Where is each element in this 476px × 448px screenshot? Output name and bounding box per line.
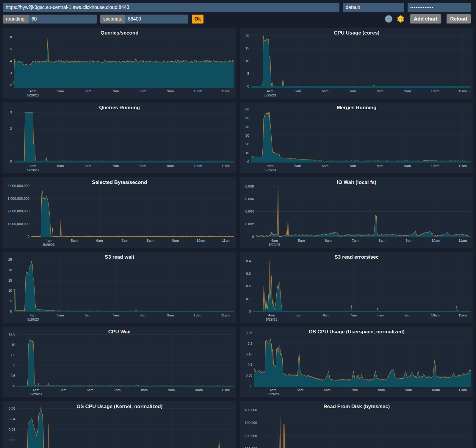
chart-title: CPU Wait: [108, 329, 131, 335]
chart-canvas-queries-second[interactable]: 234564am5/29/235am6am7am8am9am10am11amQu…: [3, 28, 236, 99]
chart-canvas-cpu-usage-cores[interactable]: 051015204am5/29/235am6am7am8am9am10am11a…: [240, 28, 473, 99]
svg-text:12.5: 12.5: [9, 333, 15, 336]
svg-text:3: 3: [10, 71, 12, 75]
server-url-input[interactable]: [3, 3, 339, 12]
svg-text:10am: 10am: [194, 388, 203, 392]
svg-text:11am: 11am: [458, 313, 467, 317]
svg-text:5am: 5am: [294, 164, 301, 168]
svg-text:10am: 10am: [431, 164, 439, 168]
chart-panel-s3-read-wait: 05101520254am5/29/235am6am7am8am9am10am1…: [3, 252, 236, 323]
params-row: rounding: seconds: Ok: [3, 14, 471, 24]
svg-text:7am: 7am: [114, 388, 120, 392]
svg-text:8am: 8am: [140, 89, 146, 93]
svg-text:0.15: 0.15: [245, 352, 252, 356]
ok-button[interactable]: Ok: [192, 15, 203, 24]
chart-canvas-cpu-wait[interactable]: 02.557.51012.54am5/29/235am6am7am8am9am1…: [3, 327, 236, 397]
svg-text:0.04: 0.04: [9, 417, 15, 421]
svg-text:1: 1: [10, 143, 12, 147]
svg-text:4am: 4am: [271, 239, 278, 242]
svg-text:11am: 11am: [221, 313, 230, 317]
svg-text:6am: 6am: [84, 164, 91, 168]
svg-text:60: 60: [245, 107, 249, 111]
svg-text:50: 50: [245, 116, 249, 120]
svg-text:6am: 6am: [322, 164, 328, 168]
svg-text:10am: 10am: [431, 313, 439, 317]
svg-text:11am: 11am: [221, 164, 230, 168]
svg-text:9am: 9am: [405, 239, 412, 242]
svg-text:0: 0: [252, 235, 254, 238]
svg-text:25: 25: [8, 258, 12, 262]
svg-text:9am: 9am: [167, 89, 174, 93]
chart-canvas-s3-read-wait[interactable]: 05101520254am5/29/235am6am7am8am9am10am1…: [3, 252, 236, 323]
svg-text:9am: 9am: [404, 89, 411, 93]
svg-text:4am: 4am: [30, 89, 36, 93]
chart-canvas-read-from-disk-bytes-sec[interactable]: 0100,000200,000300,000400,0004am5/29/235…: [240, 401, 473, 448]
svg-text:2.5: 2.5: [10, 374, 15, 377]
svg-text:0.006: 0.006: [245, 197, 254, 201]
password-input[interactable]: [408, 3, 471, 12]
chart-canvas-io-wait-local-fs[interactable]: 00.0020.0040.0060.0084am5/29/235am6am7am…: [240, 177, 473, 248]
svg-text:11am: 11am: [222, 239, 230, 242]
svg-text:8am: 8am: [140, 313, 146, 317]
svg-text:5/29/23: 5/29/23: [30, 392, 42, 396]
chart-canvas-os-cpu-usage-kernel-normalized[interactable]: 00.010.020.030.040.054am5/29/235am6am7am…: [3, 401, 236, 448]
svg-text:10: 10: [245, 151, 249, 155]
svg-text:4: 4: [10, 59, 12, 63]
svg-text:0.2: 0.2: [248, 342, 252, 345]
svg-text:5am: 5am: [294, 89, 301, 93]
svg-text:0.008: 0.008: [245, 185, 254, 188]
reload-button[interactable]: Reload: [447, 14, 471, 24]
svg-text:9am: 9am: [405, 313, 411, 317]
svg-text:4am: 4am: [46, 239, 52, 242]
svg-text:5am: 5am: [60, 388, 66, 392]
svg-text:7am: 7am: [351, 388, 357, 392]
chart-canvas-merges-running[interactable]: 01020304050604am5/29/235am6am7am8am9am10…: [240, 102, 473, 173]
svg-text:0: 0: [13, 384, 15, 388]
svg-text:2: 2: [10, 127, 12, 130]
chart-panel-queries-second: 234564am5/29/235am6am7am8am9am10am11amQu…: [3, 28, 236, 99]
moon-face-icon[interactable]: [385, 15, 393, 23]
svg-text:6am: 6am: [87, 388, 93, 392]
svg-text:9am: 9am: [404, 164, 411, 168]
chart-title: IO Wait (local fs): [337, 179, 376, 185]
svg-text:4am: 4am: [270, 388, 276, 392]
svg-text:3: 3: [10, 110, 12, 114]
svg-text:4am: 4am: [268, 313, 275, 317]
svg-text:11am: 11am: [458, 164, 466, 168]
svg-text:40: 40: [245, 125, 249, 129]
svg-text:8am: 8am: [140, 164, 146, 168]
chart-canvas-queries-running[interactable]: 01234am5/29/235am6am7am8am9am10am11amQue…: [3, 102, 236, 173]
chart-panel-os-cpu-usage-userspace-normalized: 00.050.10.150.20.254am5/29/235am6am7am8a…: [240, 327, 473, 397]
svg-text:0.1: 0.1: [246, 297, 250, 301]
svg-text:11am: 11am: [221, 89, 230, 93]
svg-text:7am: 7am: [349, 89, 356, 93]
svg-text:7am: 7am: [350, 313, 357, 317]
svg-text:9am: 9am: [168, 388, 175, 392]
seconds-input[interactable]: [125, 15, 188, 24]
svg-text:4am: 4am: [33, 388, 39, 392]
svg-text:7am: 7am: [121, 239, 128, 242]
svg-text:5am: 5am: [295, 313, 302, 317]
svg-text:5am: 5am: [57, 164, 64, 168]
svg-text:5/29/23: 5/29/23: [269, 243, 280, 246]
user-input[interactable]: [343, 3, 404, 12]
add-chart-button[interactable]: Add chart: [410, 14, 441, 24]
rounding-input[interactable]: [29, 15, 97, 24]
svg-text:6am: 6am: [96, 239, 103, 242]
svg-text:4am: 4am: [30, 164, 36, 168]
chart-canvas-os-cpu-usage-userspace-normalized[interactable]: 00.050.10.150.20.254am5/29/235am6am7am8a…: [240, 327, 473, 397]
svg-text:7.5: 7.5: [10, 353, 15, 357]
sun-face-icon[interactable]: [397, 15, 405, 23]
svg-text:2,000,000,000: 2,000,000,000: [7, 209, 29, 213]
chart-panel-merges-running: 01020304050604am5/29/235am6am7am8am9am10…: [240, 102, 473, 173]
svg-text:0: 0: [247, 85, 249, 88]
chart-title: S3 read wait: [105, 254, 134, 260]
svg-text:4am: 4am: [267, 89, 273, 93]
svg-text:10: 10: [245, 59, 249, 63]
svg-text:5: 5: [10, 299, 12, 303]
chart-panel-read-from-disk-bytes-sec: 0100,000200,000300,000400,0004am5/29/235…: [240, 401, 473, 448]
svg-text:5/29/23: 5/29/23: [27, 93, 39, 97]
svg-text:5am: 5am: [57, 89, 64, 93]
chart-canvas-selected-bytes-second[interactable]: 01,000,000,0002,000,000,0003,000,000,000…: [3, 177, 236, 248]
chart-canvas-s3-read-errors-sec[interactable]: 00.10.20.30.44am5/29/235am6am7am8am9am10…: [240, 252, 473, 323]
